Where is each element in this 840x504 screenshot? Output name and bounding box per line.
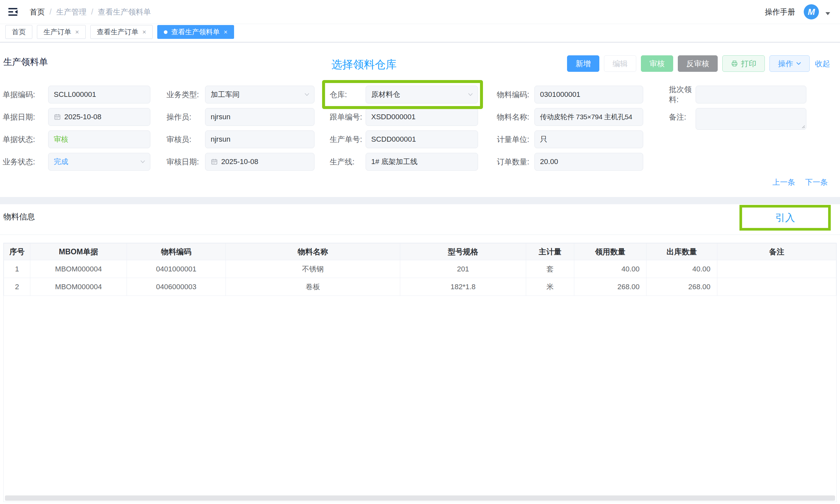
cell-remark (717, 260, 836, 278)
batch-field[interactable] (696, 86, 806, 104)
field-value: 只 (540, 134, 547, 144)
next-record-link[interactable]: 下一条 (805, 177, 828, 187)
field-label-doc-code: 单据编码: (3, 86, 48, 104)
breadcrumb: 首页 / 生产管理 / 查看生产领料单 (30, 7, 151, 17)
breadcrumb-separator: / (91, 7, 93, 16)
col-header-remark: 备注 (717, 244, 836, 260)
prod-no-field[interactable]: SCDD000001 (366, 130, 478, 148)
col-header-mat-name: 物料名称 (226, 244, 400, 260)
table-row[interactable]: 2 MBOM000004 0406000003 卷板 182*1.8 米 268… (4, 278, 836, 296)
doc-code-field[interactable]: SCLL000001 (48, 86, 150, 104)
audit-date-picker[interactable]: 2025-10-08 (205, 153, 315, 170)
tab-home[interactable]: 首页 (5, 25, 32, 39)
manual-link[interactable]: 操作手册 (765, 7, 795, 17)
cell-mat-name: 卷板 (226, 278, 400, 296)
remark-textarea[interactable] (696, 108, 806, 130)
biz-type-select[interactable]: 加工车间 (205, 86, 315, 104)
close-icon[interactable]: × (224, 28, 227, 36)
field-label-doc-status: 单据状态: (3, 130, 48, 148)
cell-mat-code: 0401000001 (127, 260, 226, 278)
doc-status-field[interactable]: 审核 (48, 130, 150, 148)
status-badge: 审核 (54, 134, 68, 144)
field-value: 20.00 (540, 158, 558, 166)
warehouse-select[interactable]: 原材料仓 (366, 86, 478, 104)
cell-mbom: MBOM000004 (30, 278, 127, 296)
field-value: njrsun (211, 135, 230, 144)
field-value: 原材料仓 (371, 90, 400, 100)
prev-record-link[interactable]: 上一条 (772, 177, 795, 187)
tab-view-material-requisition[interactable]: 查看生产领料单 × (157, 25, 234, 39)
active-dot-icon (164, 30, 168, 34)
tab-view-production-order[interactable]: 查看生产订单 × (90, 25, 153, 39)
doc-date-picker[interactable]: 2025-10-08 (48, 108, 150, 126)
printer-icon (731, 60, 738, 67)
collapse-panel-link[interactable]: 收起 (814, 55, 831, 72)
edit-button[interactable]: 编辑 (604, 55, 636, 72)
annotation-warehouse-tip: 选择领料仓库 (331, 57, 397, 72)
breadcrumb-current: 查看生产领料单 (98, 7, 151, 17)
col-header-spec: 型号规格 (400, 244, 526, 260)
audit-button[interactable]: 审核 (641, 55, 673, 72)
breadcrumb-home[interactable]: 首页 (30, 7, 45, 17)
table-row[interactable]: 1 MBOM000004 0401000001 不锈钢 201 套 40.00 … (4, 260, 836, 278)
prod-line-field[interactable]: 1# 底架加工线 (366, 153, 478, 170)
caret-down-icon[interactable] (825, 12, 830, 15)
table-header-row: 序号 MBOM单据 物料编码 物料名称 型号规格 主计量 领用数量 出库数量 备… (4, 244, 836, 260)
unit-field[interactable]: 只 (535, 130, 643, 148)
record-nav: 上一条 下一条 (772, 177, 828, 187)
cell-out-qty: 40.00 (647, 260, 717, 278)
action-dropdown-button[interactable]: 操作 (769, 55, 810, 72)
add-button[interactable]: 新增 (567, 55, 599, 72)
field-value: njrsun (211, 113, 230, 121)
follow-no-field[interactable]: XSDD000001 (366, 108, 478, 126)
section-divider (0, 197, 840, 204)
col-header-req-qty: 领用数量 (574, 244, 647, 260)
field-value: 1# 底架加工线 (371, 157, 418, 167)
materials-section-title: 物料信息 (3, 212, 35, 222)
print-button[interactable]: 打印 (722, 55, 765, 72)
operator-field[interactable]: njrsun (205, 108, 315, 126)
resize-grip-icon[interactable] (801, 124, 805, 128)
biz-status-select[interactable]: 完成 (48, 153, 150, 170)
field-label-mat-name: 物料名称: (497, 108, 535, 126)
order-qty-field[interactable]: 20.00 (535, 153, 643, 170)
page-title: 生产领料单 (3, 56, 48, 68)
cell-out-qty: 268.00 (647, 278, 717, 296)
col-header-seq: 序号 (4, 244, 30, 260)
cell-mat-name: 不锈钢 (226, 260, 400, 278)
field-label-warehouse: 仓库: (330, 86, 366, 104)
toolbar: 新增 编辑 审核 反审核 打印 操作 收起 (567, 55, 831, 72)
hamburger-collapse-icon (7, 6, 19, 18)
breadcrumb-separator: / (50, 7, 51, 16)
topbar-right: 操作手册 M (765, 4, 830, 19)
mat-code-field[interactable]: 0301000001 (535, 86, 643, 104)
avatar[interactable]: M (804, 4, 819, 19)
horizontal-scrollbar[interactable] (5, 496, 835, 501)
field-label-order-qty: 订单数量: (497, 153, 535, 170)
import-button[interactable]: 引入 (775, 211, 795, 224)
close-icon[interactable]: × (142, 28, 146, 36)
field-label-batch: 批次领料: (669, 86, 696, 104)
cell-mbom: MBOM000004 (30, 260, 127, 278)
tab-production-order[interactable]: 生产订单 × (37, 25, 86, 39)
main-content: 生产领料单 选择领料仓库 新增 编辑 审核 反审核 打印 操作 收起 单据编码:… (0, 43, 840, 504)
sidebar-collapse-icon[interactable] (6, 5, 20, 19)
breadcrumb-production-mgmt[interactable]: 生产管理 (56, 7, 86, 17)
unaudit-button[interactable]: 反审核 (678, 55, 718, 72)
field-value: 加工车间 (211, 90, 240, 100)
auditor-field[interactable]: njrsun (205, 130, 315, 148)
cell-mat-code: 0406000003 (127, 278, 226, 296)
close-icon[interactable]: × (75, 28, 79, 36)
materials-table-container: 序号 MBOM单据 物料编码 物料名称 型号规格 主计量 领用数量 出库数量 备… (3, 243, 837, 502)
field-value: SCLL000001 (54, 90, 96, 99)
section-header-border (0, 235, 840, 235)
chevron-down-icon (468, 93, 473, 96)
annotation-import-highlight-box: 引入 (739, 205, 831, 231)
cell-remark (717, 278, 836, 296)
field-label-prod-no: 生产单号: (330, 130, 366, 148)
mat-name-field[interactable]: 传动皮轮件 735×794 主机孔54 (535, 108, 643, 126)
col-header-unit: 主计量 (526, 244, 574, 260)
field-value: 2025-10-08 (64, 113, 102, 121)
field-label-doc-date: 单据日期: (3, 108, 48, 126)
field-label-follow-no: 跟单编号: (330, 108, 366, 126)
